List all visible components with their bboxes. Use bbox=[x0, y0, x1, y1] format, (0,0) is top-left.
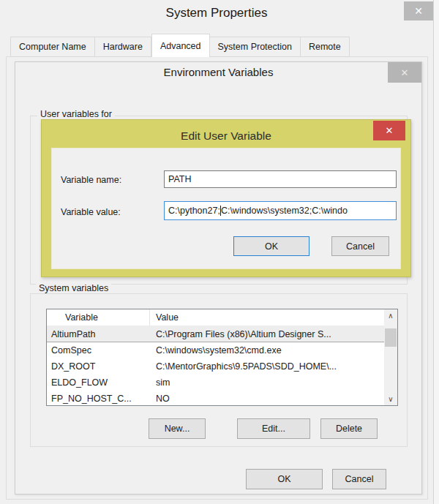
variable-value-label: Variable value: bbox=[61, 207, 121, 217]
close-icon[interactable]: ✕ bbox=[404, 1, 433, 20]
column-header-value[interactable]: Value bbox=[150, 312, 397, 323]
system-properties-window: System Properties ✕ Computer Name Hardwa… bbox=[0, 0, 434, 504]
close-icon[interactable]: ✕ bbox=[388, 62, 421, 83]
column-header-variable[interactable]: Variable bbox=[47, 309, 150, 326]
tab-remote[interactable]: Remote bbox=[301, 37, 350, 57]
tab-advanced[interactable]: Advanced bbox=[151, 34, 210, 57]
edit-ok-button[interactable]: OK bbox=[233, 236, 309, 256]
edit-button[interactable]: Edit... bbox=[237, 418, 310, 439]
table-row[interactable]: ComSpec C:\windows\system32\cmd.exe bbox=[47, 342, 397, 358]
table-row[interactable]: AltiumPath C:\Program Files (x86)\Altium… bbox=[47, 326, 397, 342]
tab-computer-name[interactable]: Computer Name bbox=[10, 37, 95, 57]
edit-user-variable-dialog: Edit User Variable ✕ Variable name: PATH… bbox=[41, 119, 411, 277]
env-dialog-title: Environment Variables bbox=[15, 66, 421, 78]
environment-variables-dialog: Environment Variables ✕ User variables f… bbox=[15, 61, 422, 494]
edit-dialog-panel: Variable name: PATH Variable value: C:\p… bbox=[51, 148, 401, 269]
vertical-scrollbar[interactable]: ∧ ∨ bbox=[384, 309, 397, 405]
scroll-down-icon[interactable]: ∨ bbox=[384, 393, 397, 405]
table-row[interactable]: DX_ROOT C:\MentorGraphics\9.5PADS\SDD_HO… bbox=[47, 358, 397, 375]
table-row[interactable]: FP_NO_HOST_C... NO bbox=[47, 391, 397, 406]
variable-name-value: PATH bbox=[168, 174, 191, 184]
variable-value-input[interactable]: C:\python27;C:\windows\system32;C:\windo bbox=[164, 201, 397, 220]
edit-dialog-title: Edit User Variable bbox=[42, 129, 410, 143]
variable-name-label: Variable name: bbox=[61, 175, 121, 185]
scroll-up-icon[interactable]: ∧ bbox=[384, 309, 397, 322]
screen: System Properties ✕ Computer Name Hardwa… bbox=[0, 0, 439, 504]
window-title: System Properties bbox=[0, 6, 433, 20]
ok-button[interactable]: OK bbox=[246, 469, 323, 489]
user-variables-label: User variables for bbox=[37, 109, 115, 119]
list-header: Variable Value bbox=[47, 309, 397, 326]
table-row[interactable]: ELDO_FLOW sim bbox=[47, 375, 397, 391]
delete-button[interactable]: Delete bbox=[320, 418, 378, 439]
tab-bar: Computer Name Hardware Advanced System P… bbox=[10, 37, 350, 57]
variable-name-input[interactable]: PATH bbox=[164, 170, 397, 188]
tab-system-protection[interactable]: System Protection bbox=[210, 37, 301, 57]
system-variables-list[interactable]: Variable Value AltiumPath C:\Program Fil… bbox=[46, 309, 398, 406]
tab-hardware[interactable]: Hardware bbox=[95, 37, 151, 57]
scrollbar-thumb[interactable] bbox=[385, 328, 397, 347]
close-icon[interactable]: ✕ bbox=[373, 121, 405, 140]
cancel-button[interactable]: Cancel bbox=[332, 469, 386, 489]
new-button[interactable]: New... bbox=[149, 418, 206, 439]
edit-cancel-button[interactable]: Cancel bbox=[331, 236, 389, 256]
variable-value-text-pre: C:\python27; bbox=[168, 206, 220, 216]
variable-value-text-post: C:\windows\system32;C:\windo bbox=[221, 206, 348, 216]
system-variables-label: System variables bbox=[36, 283, 111, 293]
